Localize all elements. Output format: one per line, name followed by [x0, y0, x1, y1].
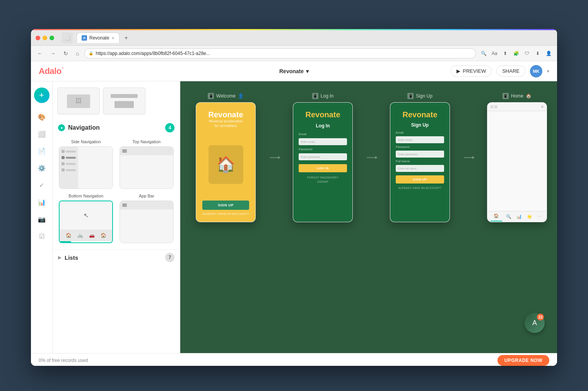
home-btn[interactable]: ⌂	[74, 49, 81, 58]
home-screen-label: 📱 Home 🏠	[503, 93, 532, 99]
welcome-screen-content: Revonate Revenue accelerationfor remodel…	[196, 103, 255, 222]
fullname-input[interactable]: Enter full name...	[396, 165, 444, 172]
password-label: Password	[299, 147, 347, 151]
top-navigation-preview[interactable]: ♡	[120, 146, 174, 189]
login-phone-frame[interactable]: Revonate Log In Email Enter email... Pas…	[293, 102, 353, 222]
fullname-placeholder: Enter full name...	[398, 167, 419, 170]
home-icon: 🏠	[526, 93, 532, 99]
bottom-nav-icon-4: 🏠	[100, 232, 106, 238]
login-button[interactable]: LOG IN	[299, 164, 347, 172]
app-bar-preview[interactable]: ♡	[120, 201, 174, 243]
bottom-navigation-label: Bottom Navigation	[68, 194, 103, 198]
welcome-phone-icon: 📱	[208, 93, 214, 99]
user-menu-chevron-icon[interactable]: ▾	[547, 69, 549, 74]
home-nav-more-icon[interactable]: ⋯	[536, 213, 544, 221]
app-name-text: Revonate	[279, 68, 304, 74]
home-nav-active-indicator	[491, 221, 502, 221]
tab-title: Revonate	[89, 35, 109, 41]
back-btn[interactable]: ←	[35, 49, 45, 58]
close-traffic-light[interactable]	[36, 36, 40, 40]
login-subtitle: Log In	[316, 123, 330, 129]
reload-btn[interactable]: ↻	[61, 49, 70, 58]
maximize-traffic-light[interactable]	[50, 36, 54, 40]
address-bar[interactable]: 🔒 https://app.adalo.com/apps/8b0fb82f-60…	[84, 48, 476, 58]
sidebar-camera-icon[interactable]: 📷	[34, 211, 50, 227]
sidebar-settings-icon[interactable]: ⚙️	[34, 160, 50, 176]
signup-phone-frame[interactable]: Revonate Sign Up Email Enter email... Pa…	[390, 102, 450, 222]
topbar-dot-1	[491, 105, 494, 108]
url-text: https://app.adalo.com/apps/8b0fb82f-6045…	[96, 51, 210, 56]
home-nav-search-icon[interactable]: 🔍	[505, 213, 513, 221]
minimize-traffic-light[interactable]	[43, 36, 47, 40]
welcome-phone-frame[interactable]: Revonate Revenue accelerationfor remodel…	[196, 102, 256, 222]
sidebar-check-icon[interactable]: ✓	[34, 177, 50, 193]
preview-button[interactable]: ▶ PREVIEW	[451, 65, 492, 77]
home-nav-star-icon[interactable]: ⭐	[526, 213, 533, 221]
forgot-password-link[interactable]: FORGOT PASSWORD?	[307, 176, 338, 179]
add-component-button[interactable]: +	[34, 87, 50, 103]
app-content: Adalo+ Revonate ▾ ▶ PREVIEW SHARE MK ▾	[31, 61, 557, 366]
badge-bell-icon: A	[532, 319, 537, 327]
navigation-section-header[interactable]: ▾ Navigation 4	[53, 119, 180, 136]
navigation-chevron-icon: ▾	[58, 124, 65, 131]
signup-form: Email Enter email... Password Enter pass…	[396, 131, 444, 183]
sidebar-palette-icon[interactable]: 🎨	[34, 109, 50, 125]
signup-button[interactable]: SIGN UP	[396, 175, 444, 183]
download-icon[interactable]: ⬇	[533, 49, 542, 58]
sidebar-toggle-btn[interactable]: ⬜	[62, 33, 73, 43]
panel-scroll: 🖼 ▾ Na	[53, 81, 180, 268]
heart-icon: ♡	[167, 148, 171, 154]
canvas-content: 📱 Welcome 👤 Revonate Revenue acceleratio…	[180, 81, 557, 234]
reader-icon[interactable]: Aa	[490, 49, 499, 58]
sidebar-components-icon[interactable]: 📄	[34, 143, 50, 159]
home-nav-home-icon[interactable]: 🏠	[492, 212, 500, 220]
share-button[interactable]: SHARE	[496, 65, 525, 77]
hamburger-icon	[122, 149, 127, 153]
login-links: FORGOT PASSWORD? SIGNUP	[307, 176, 338, 183]
side-navigation-preview[interactable]	[59, 146, 113, 189]
lists-section-header[interactable]: ▶ Lists 7	[58, 253, 174, 262]
user-avatar[interactable]: MK	[530, 65, 542, 77]
signup-email-input[interactable]: Enter email...	[396, 136, 444, 143]
notification-badge[interactable]: 23 A	[525, 313, 545, 333]
password-input[interactable]: Enter password...	[299, 153, 347, 160]
bottom-navigation-preview[interactable]: ↖ 🏠 🚲 🚗 🏠	[59, 201, 113, 243]
sidebar-analytics-icon[interactable]: 📊	[34, 194, 50, 210]
active-browser-tab[interactable]: A Revonate ✕	[77, 33, 120, 43]
signup-password-input[interactable]: Enter password...	[396, 151, 444, 158]
share-toolbar-icon[interactable]: ⬆	[501, 49, 510, 58]
forward-btn[interactable]: →	[48, 49, 58, 58]
upgrade-now-button[interactable]: UPGRADE NOW	[497, 355, 549, 366]
tab-close-btn[interactable]: ✕	[111, 36, 115, 40]
adalo-logo-text: Adalo	[39, 66, 62, 76]
signup-screen-label: 📱 Sign Up	[407, 93, 432, 99]
thumb-bar-2	[115, 101, 134, 108]
search-icon[interactable]: 🔍	[479, 49, 488, 58]
welcome-screen-label: 📱 Welcome 👤	[208, 93, 244, 99]
new-tab-btn[interactable]: +	[121, 33, 131, 43]
welcome-person-icon: 👤	[238, 93, 244, 99]
home-nav-chart-icon[interactable]: 📊	[515, 213, 523, 221]
navigation-section-title: Navigation	[68, 124, 100, 131]
sidebar-verify-icon[interactable]: ☑	[34, 228, 50, 244]
home-phone-frame[interactable]: ≡ 🏠 🔍 📊 ⭐	[487, 102, 547, 222]
email-input[interactable]: Enter email...	[299, 138, 347, 145]
side-navigation-item: Side Navigation	[58, 139, 114, 189]
app-name-dropdown[interactable]: Revonate ▾	[279, 68, 309, 74]
extensions-icon[interactable]: 🧩	[511, 49, 521, 58]
sidebar-icons: + 🎨 ⬜ 📄 ⚙️ ✓ 📊 📷 ☑	[31, 81, 53, 353]
welcome-screen-mockup: 📱 Welcome 👤 Revonate Revenue acceleratio…	[196, 93, 256, 222]
welcome-account-link[interactable]: ALREADY HAVE AN ACCOUNT?	[202, 212, 249, 216]
signup-link[interactable]: SIGNUP	[317, 180, 328, 183]
topbar-dots	[491, 105, 497, 108]
login-screen-label: 📱 Log In	[312, 93, 333, 99]
profile-icon[interactable]: 👤	[544, 49, 553, 58]
sidebar-screens-icon[interactable]: ⬜	[34, 126, 50, 142]
puzzle-icon[interactable]: 🛡	[522, 49, 532, 58]
signup-screen-mockup: 📱 Sign Up Revonate Sign Up Email Enter	[390, 93, 450, 222]
welcome-signup-button[interactable]: SIGN UP	[202, 201, 249, 210]
password-placeholder: Enter password...	[301, 156, 322, 158]
canvas-area[interactable]: 📱 Welcome 👤 Revonate Revenue acceleratio…	[180, 81, 557, 353]
navigation-section-left: ▾ Navigation	[58, 124, 100, 131]
already-account-link[interactable]: ALREADY HAVE AN ACCOUNT?	[398, 187, 442, 189]
